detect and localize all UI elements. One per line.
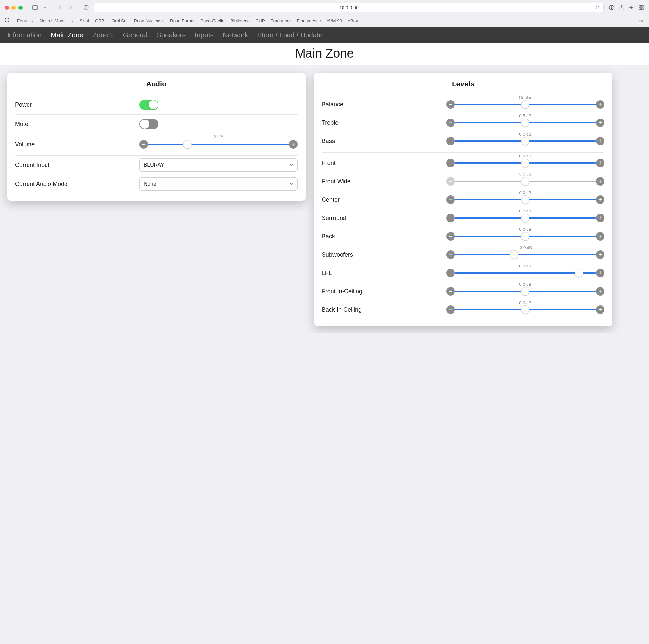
nav-network[interactable]: Network — [223, 31, 248, 39]
back-track[interactable] — [455, 236, 596, 237]
share-icon[interactable] — [618, 4, 625, 11]
subwoofers-thumb[interactable] — [510, 251, 518, 259]
lfe-minus-button[interactable]: − — [446, 269, 455, 277]
subwoofers-slider[interactable]: -3.0 dB−+ — [446, 251, 604, 259]
close-window-button[interactable] — [5, 6, 9, 10]
bookmark-roon-nucleus-[interactable]: Roon Nucleus+ — [134, 18, 164, 23]
lfe-slider[interactable]: 0.0 dB−+ — [446, 269, 604, 277]
mute-toggle[interactable] — [139, 119, 159, 129]
front-in-ceiling-slider[interactable]: 0.0 dB−+ — [446, 287, 604, 296]
center-slider[interactable]: 0.0 dB−+ — [446, 196, 604, 204]
lfe-thumb[interactable] — [575, 269, 583, 277]
bass-track[interactable] — [455, 140, 596, 142]
bookmark-forum[interactable]: Forum — [17, 18, 34, 23]
bass-slider[interactable]: 0.0 dB−+ — [446, 137, 604, 145]
surround-minus-button[interactable]: − — [446, 214, 455, 222]
bookmark-orbi-sat[interactable]: Orbi Sat — [112, 18, 128, 23]
surround-track[interactable] — [455, 217, 596, 219]
url-bar[interactable]: 10.0.0.90 — [94, 3, 604, 12]
nav-general[interactable]: General — [123, 31, 148, 39]
front-in-ceiling-thumb[interactable] — [521, 287, 529, 296]
front-plus-button[interactable]: + — [596, 159, 604, 167]
bookmark-avm-90[interactable]: AVM 90 — [327, 18, 342, 23]
nav-speakers[interactable]: Speakers — [157, 31, 186, 39]
back-in-ceiling-thumb[interactable] — [521, 305, 529, 314]
minimize-window-button[interactable] — [11, 6, 16, 10]
bass-minus-button[interactable]: − — [446, 137, 455, 145]
tab-overview-icon[interactable] — [638, 4, 644, 11]
treble-plus-button[interactable]: + — [596, 119, 604, 127]
center-track[interactable] — [455, 199, 596, 200]
bookmark-traduttore[interactable]: Traduttore — [271, 18, 291, 23]
nav-store-load-update[interactable]: Store / Load / Update — [257, 31, 322, 39]
volume-plus-button[interactable]: + — [289, 140, 298, 148]
front-thumb[interactable] — [521, 159, 529, 167]
nav-information[interactable]: Information — [7, 31, 42, 39]
refresh-icon[interactable] — [594, 4, 601, 11]
bookmark-ebay[interactable]: eBay — [348, 18, 358, 23]
back-slider[interactable]: 0.0 dB−+ — [446, 232, 604, 241]
bookmark-orbi[interactable]: ORBI — [95, 18, 106, 23]
front-in-ceiling-minus-button[interactable]: − — [446, 287, 455, 296]
treble-thumb[interactable] — [521, 119, 529, 127]
power-toggle[interactable] — [139, 99, 159, 110]
treble-slider[interactable]: 0.5 dB−+ — [446, 119, 604, 127]
front-track[interactable] — [455, 162, 596, 164]
back-in-ceiling-plus-button[interactable]: + — [596, 305, 604, 314]
nav-inputs[interactable]: Inputs — [195, 31, 214, 39]
volume-track[interactable] — [148, 144, 289, 145]
center-plus-button[interactable]: + — [596, 196, 604, 204]
balance-slider[interactable]: Center−+ — [446, 100, 604, 109]
forward-button[interactable] — [67, 4, 74, 11]
back-in-ceiling-minus-button[interactable]: − — [446, 305, 455, 314]
center-thumb[interactable] — [521, 196, 529, 204]
bookmark-negozi-modellii[interactable]: Negozi Modellii — [40, 18, 74, 23]
back-in-ceiling-slider[interactable]: 0.0 dB−+ — [446, 305, 604, 314]
treble-track[interactable] — [455, 122, 596, 123]
lfe-track[interactable] — [455, 272, 596, 274]
bookmark-sisal[interactable]: Sisal — [80, 18, 89, 23]
current-input-select[interactable]: BLURAY — [139, 159, 298, 172]
surround-plus-button[interactable]: + — [596, 214, 604, 222]
bookmark-biblioteca[interactable]: Biblioteca — [230, 18, 250, 23]
front-wide-plus-button[interactable]: + — [596, 177, 604, 186]
bookmark-paccofacile[interactable]: PaccoFacile — [201, 18, 225, 23]
volume-slider[interactable]: 21 % − + — [139, 140, 298, 148]
surround-thumb[interactable] — [521, 214, 529, 222]
lfe-plus-button[interactable]: + — [596, 269, 604, 277]
subwoofers-plus-button[interactable]: + — [596, 251, 604, 259]
subwoofers-track[interactable] — [455, 254, 596, 255]
balance-plus-button[interactable]: + — [596, 100, 604, 109]
treble-minus-button[interactable]: − — [446, 119, 455, 127]
front-slider[interactable]: 0.0 dB−+ — [446, 159, 604, 167]
front-in-ceiling-track[interactable] — [455, 291, 596, 292]
volume-minus-button[interactable]: − — [139, 140, 148, 148]
back-plus-button[interactable]: + — [596, 232, 604, 241]
volume-thumb[interactable] — [183, 140, 191, 148]
balance-minus-button[interactable]: − — [446, 100, 455, 109]
favorites-grid-icon[interactable] — [5, 18, 11, 24]
new-tab-icon[interactable] — [628, 4, 635, 11]
center-minus-button[interactable]: − — [446, 196, 455, 204]
back-button[interactable] — [57, 4, 64, 11]
downloads-icon[interactable] — [608, 4, 615, 11]
fullscreen-window-button[interactable] — [18, 6, 23, 10]
chevron-down-icon[interactable] — [42, 4, 48, 11]
bass-thumb[interactable] — [521, 137, 529, 145]
subwoofers-minus-button[interactable]: − — [446, 251, 455, 259]
bass-plus-button[interactable]: + — [596, 137, 604, 145]
bookmarks-overflow-icon[interactable] — [638, 18, 644, 24]
front-in-ceiling-plus-button[interactable]: + — [596, 287, 604, 296]
back-thumb[interactable] — [521, 232, 529, 241]
sidebar-icon[interactable] — [32, 4, 38, 11]
balance-thumb[interactable] — [521, 100, 529, 109]
back-in-ceiling-track[interactable] — [455, 309, 596, 310]
shield-icon[interactable] — [83, 4, 89, 11]
bookmark-cup[interactable]: CUP — [255, 18, 265, 23]
bookmark-roon-forum[interactable]: Roon Forum — [170, 18, 194, 23]
bookmark-findomestic[interactable]: Findomestic — [297, 18, 320, 23]
surround-slider[interactable]: 0.0 dB−+ — [446, 214, 604, 222]
balance-track[interactable] — [455, 104, 596, 105]
current-audio-mode-select[interactable]: None — [139, 177, 298, 190]
nav-main-zone[interactable]: Main Zone — [51, 31, 83, 39]
